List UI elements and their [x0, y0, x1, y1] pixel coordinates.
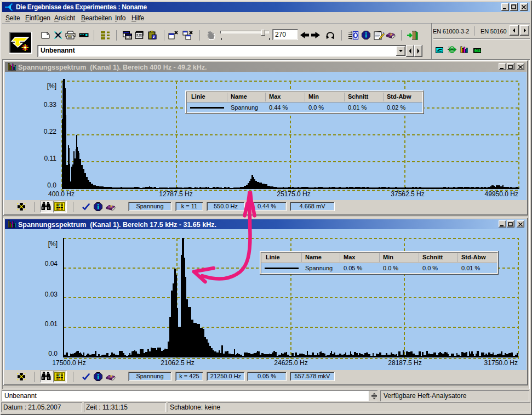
svg-text:0.01: 0.01 [45, 320, 58, 328]
svg-text:31750.0 Hz: 31750.0 Hz [484, 359, 518, 367]
svg-text:37562.5 Hz: 37562.5 Hz [391, 190, 424, 198]
svg-text:0.22: 0.22 [44, 128, 57, 135]
svg-text:400.0 Hz: 400.0 Hz [48, 190, 75, 198]
svg-text:041: 041 [474, 49, 480, 53]
svg-text:12787.5 Hz: 12787.5 Hz [159, 190, 192, 198]
svg-text:[%]: [%] [48, 240, 58, 248]
svg-text:0.03: 0.03 [45, 291, 58, 298]
svg-text:0.11: 0.11 [44, 155, 57, 162]
svg-text:0.0: 0.0 [47, 181, 56, 189]
svg-text:28187.5 Hz: 28187.5 Hz [388, 359, 421, 367]
svg-text:0.04: 0.04 [45, 260, 58, 268]
svg-text:0.33: 0.33 [44, 101, 57, 109]
svg-text:[%]: [%] [47, 82, 56, 90]
svg-text:0.0: 0.0 [48, 350, 58, 357]
svg-text:25175.0 Hz: 25175.0 Hz [277, 190, 310, 198]
svg-text:17500.0 Hz: 17500.0 Hz [52, 359, 85, 367]
svg-text:49950.0 Hz: 49950.0 Hz [485, 190, 518, 198]
svg-text:21062.5 Hz: 21062.5 Hz [161, 359, 194, 367]
svg-text:24625.0 Hz: 24625.0 Hz [274, 359, 307, 367]
